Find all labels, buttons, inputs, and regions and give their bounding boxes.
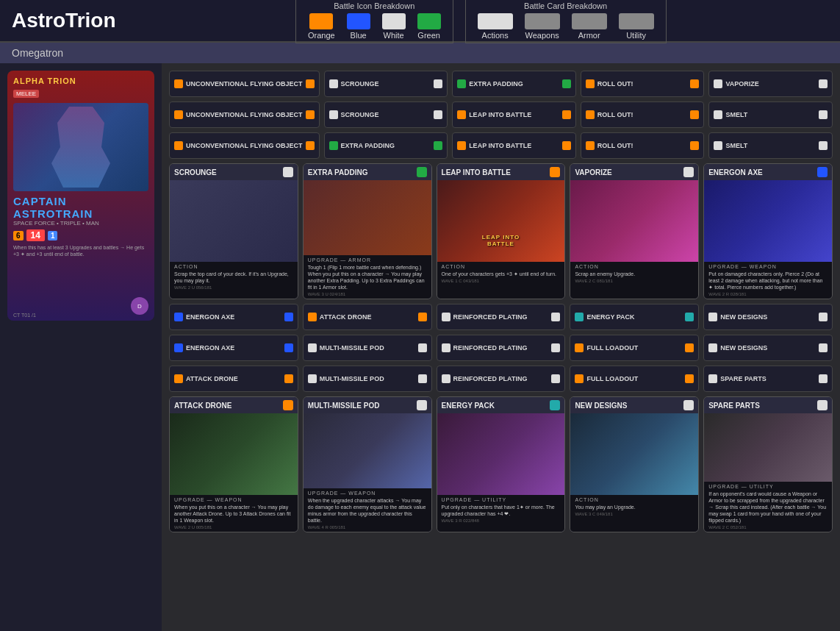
battle-card-list: Actions Weapons Armor Utility	[478, 13, 654, 40]
card-armor: Armor	[572, 13, 607, 40]
dot-icon	[174, 110, 183, 119]
list-item[interactable]: SPARE PARTS	[703, 366, 833, 392]
card-name: VAPORIZE	[725, 80, 816, 88]
card-footer: UPGRADE — ARMOR Tough 1 (Flip 1 more bat…	[304, 255, 431, 299]
card-large-attack-drone[interactable]: ATTACK DRONE UPGRADE — WEAPON When you p…	[169, 396, 298, 532]
card-header: SCROUNGE	[170, 164, 298, 180]
stat-hp: 14	[26, 229, 45, 241]
art-image	[570, 180, 698, 262]
utility-box	[619, 13, 654, 29]
list-item[interactable]: MULTI-MISSILE POD	[303, 335, 432, 361]
dot-icon-right	[551, 374, 560, 383]
dot-icon-right	[418, 374, 427, 383]
card-type: UPGRADE — UTILITY	[708, 484, 828, 489]
char-silhouette	[51, 107, 110, 188]
card-large-name: NEW DESIGNS	[575, 402, 627, 410]
list-item[interactable]: VAPORIZE	[708, 71, 833, 97]
battle-icon-breakdown: Battle Icon Breakdown Orange Blue White …	[295, 0, 453, 43]
card-art: LEAP INTO BATTLE	[437, 180, 565, 262]
dot-icon	[575, 343, 584, 352]
list-item[interactable]: EXTRA PADDING	[324, 132, 448, 159]
card-code: WAVE 2 R 028/181	[708, 292, 828, 296]
list-item[interactable]: ENERGON AXE	[169, 335, 298, 361]
card-large-energy-pack[interactable]: ENERGY PACK UPGRADE — UTILITY Put only o…	[437, 396, 566, 532]
card-code: WAVE 1 C 043/181	[442, 279, 561, 283]
list-item[interactable]: ROLL OUT!	[581, 101, 705, 128]
list-item[interactable]: EXTRA PADDING	[452, 71, 576, 97]
weapons-label: Weapons	[525, 31, 559, 40]
list-item[interactable]: SMELT	[708, 132, 833, 159]
list-item[interactable]: SCROUNGE	[324, 101, 448, 128]
dot-icon-right	[819, 313, 828, 321]
header: AstroTrion Battle Icon Breakdown Orange …	[0, 0, 840, 43]
card-large-spare-parts[interactable]: SPARE PARTS UPGRADE — UTILITY If an oppo…	[703, 396, 833, 532]
card-large-extra-padding[interactable]: EXTRA PADDING UPGRADE — ARMOR Tough 1 (F…	[303, 163, 432, 299]
armor-box	[572, 13, 607, 29]
card-art	[304, 413, 431, 488]
list-item[interactable]: REINFORCED PLATING	[437, 304, 566, 330]
dot-icon	[550, 400, 560, 410]
list-item[interactable]: UNCONVENTIONAL FLYING OBJECT	[169, 71, 320, 97]
card-large-name: LEAP INTO BATTLE	[442, 168, 511, 177]
card-large-scrounge[interactable]: SCROUNGE ACTION Scrap the top card of yo…	[169, 163, 298, 299]
list-item[interactable]: SCROUNGE	[324, 71, 448, 97]
card-name: SCROUNGE	[341, 80, 431, 88]
card-large-multi-missile[interactable]: MULTI-MISSILE POD UPGRADE — WEAPON When …	[303, 396, 432, 532]
dot-icon-right	[418, 343, 427, 352]
list-item[interactable]: REINFORCED PLATING	[437, 366, 566, 392]
list-item[interactable]: FULL LOADOUT	[570, 335, 699, 361]
card-name: ATTACK DRONE	[320, 313, 415, 321]
list-item[interactable]: MULTI-MISSILE POD	[303, 366, 432, 392]
list-item[interactable]: FULL LOADOUT	[570, 366, 699, 392]
card-art	[704, 413, 832, 482]
card-large-name: VAPORIZE	[575, 168, 611, 177]
list-item[interactable]: NEW DESIGNS	[703, 335, 833, 361]
card-code: WAVE 4 R 005/181	[308, 525, 427, 530]
list-item[interactable]: ATTACK DRONE	[303, 304, 432, 330]
list-item[interactable]: UNCONVENTIONAL FLYING OBJECT	[169, 101, 320, 128]
list-item[interactable]: SMELT	[708, 101, 833, 128]
list-item[interactable]: ENERGY PACK	[570, 304, 699, 330]
card-name: UNCONVENTIONAL FLYING OBJECT	[186, 111, 303, 118]
card-type: UPGRADE — WEAPON	[308, 491, 427, 496]
list-item[interactable]: ROLL OUT!	[581, 71, 705, 97]
list-item[interactable]: LEAP INTO BATTLE	[452, 132, 576, 159]
card-header: NEW DESIGNS	[570, 397, 698, 413]
card-effect: You may play an Upgrade.	[575, 504, 694, 510]
card-row-1: UNCONVENTIONAL FLYING OBJECT SCROUNGE EX…	[169, 71, 833, 97]
card-large-new-designs[interactable]: NEW DESIGNS ACTION You may play an Upgra…	[570, 396, 699, 532]
dot-icon-right	[551, 343, 560, 352]
list-item[interactable]: ENERGON AXE	[169, 304, 298, 330]
dot-icon	[714, 110, 722, 119]
card-footer: ACTION Scrap the top card of your deck. …	[170, 262, 298, 299]
list-item[interactable]: NEW DESIGNS	[703, 304, 833, 330]
art-image: LEAP INTO BATTLE	[437, 180, 565, 262]
dot-icon-right	[306, 141, 315, 150]
list-item[interactable]: UNCONVENTIONAL FLYING OBJECT	[169, 132, 320, 159]
list-item[interactable]: REINFORCED PLATING	[437, 335, 566, 361]
list-item[interactable]: ATTACK DRONE	[169, 366, 298, 392]
character-card[interactable]: ALPHA TRION MELEE CAPTAIN ASTROTRAIN SPA…	[7, 71, 154, 321]
icon-green: Green	[417, 13, 441, 40]
card-type: UPGRADE — WEAPON	[174, 497, 293, 502]
blue-box	[347, 13, 370, 29]
right-panel: UNCONVENTIONAL FLYING OBJECT SCROUNGE EX…	[162, 63, 840, 631]
card-large-leap[interactable]: LEAP INTO BATTLE LEAP INTO BATTLE ACTION…	[437, 163, 566, 299]
dot-icon-right	[284, 313, 293, 321]
card-large-energon-axe[interactable]: ENERGON AXE UPGRADE — WEAPON Put on dama…	[703, 163, 833, 299]
card-footer: UPGRADE — WEAPON When you put this on a …	[170, 495, 298, 532]
card-row-3: UNCONVENTIONAL FLYING OBJECT EXTRA PADDI…	[169, 132, 833, 159]
dot-icon-right	[284, 374, 293, 383]
card-header: ATTACK DRONE	[170, 397, 298, 413]
card-footer: UPGRADE — UTILITY If an opponent's card …	[704, 482, 832, 532]
dot-icon	[586, 110, 595, 119]
card-large-vaporize[interactable]: VAPORIZE ACTION Scrap an enemy Upgrade. …	[570, 163, 699, 299]
dot-icon	[308, 374, 317, 383]
card-name: ENERGON AXE	[186, 344, 281, 352]
card-footer: ACTION One of your characters gets +3 ✦ …	[437, 262, 565, 299]
list-item[interactable]: ROLL OUT!	[581, 132, 705, 159]
dot-icon-right	[551, 313, 560, 321]
card-header: ENERGY PACK	[437, 397, 565, 413]
list-item[interactable]: LEAP INTO BATTLE	[452, 101, 576, 128]
dot-icon	[442, 343, 450, 352]
